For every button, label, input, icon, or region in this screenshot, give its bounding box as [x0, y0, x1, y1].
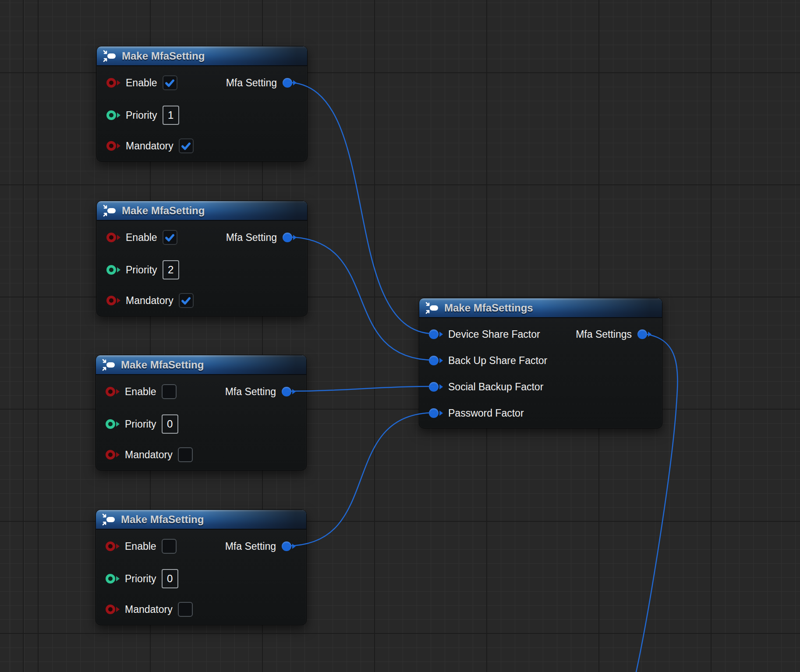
priority-input[interactable]: 2: [163, 260, 179, 279]
mandatory-checkbox[interactable]: [179, 293, 194, 308]
input-row-priority: Priority 0: [106, 416, 178, 432]
input-row-priority: Priority 2: [106, 262, 179, 278]
input-pin-priority[interactable]: [106, 419, 120, 429]
make-struct-icon: [425, 300, 439, 316]
input-row-mandatory: Mandatory: [106, 447, 193, 463]
pin-label-back-up-share-factor: Back Up Share Factor: [448, 355, 547, 367]
input-pin-enable[interactable]: [106, 78, 120, 88]
blueprint-graph-canvas[interactable]: Make MfaSetting Enable Priority 1 Mandat…: [0, 0, 800, 672]
input-row-mandatory: Mandatory: [106, 293, 194, 308]
pin-label-mfa-setting: Mfa Setting: [225, 386, 276, 398]
input-row-mandatory: Mandatory: [106, 601, 193, 617]
input-pin-mandatory[interactable]: [106, 605, 120, 614]
node-body: Enable Priority 0 Mandatory Mfa Setting: [96, 375, 306, 470]
input-pin-enable[interactable]: [106, 387, 120, 396]
pin-label-enable: Enable: [125, 541, 156, 552]
make-struct-icon: [102, 357, 115, 373]
node-body: Enable Priority 0 Mandatory Mfa Setting: [96, 530, 306, 625]
input-pin-mandatory[interactable]: [106, 450, 120, 460]
pin-label-priority: Priority: [126, 264, 157, 276]
node-make-mfasetting-2[interactable]: Make MfaSetting Enable Priority 2 Mandat…: [96, 201, 308, 316]
pin-label-device-share-factor: Device Share Factor: [448, 329, 540, 340]
wire-connection[interactable]: [287, 386, 435, 391]
node-body: Enable Priority 2 Mandatory Mfa Setting: [97, 221, 307, 316]
pin-label-mfa-setting: Mfa Setting: [226, 232, 277, 244]
node-header[interactable]: Make MfaSetting: [97, 46, 307, 66]
node-header[interactable]: Make MfaSetting: [97, 201, 307, 221]
output-row-mfa-setting: Mfa Setting: [225, 384, 296, 400]
output-row-mfa-setting: Mfa Setting: [226, 230, 297, 245]
input-row-priority: Priority 0: [106, 571, 178, 587]
wire-connection[interactable]: [287, 413, 435, 546]
pin-label-priority: Priority: [126, 110, 157, 121]
input-pin-back-up-share-factor[interactable]: [429, 356, 443, 365]
input-pin-password-factor[interactable]: [429, 408, 443, 418]
pin-label-priority: Priority: [125, 418, 156, 430]
input-pin-mandatory[interactable]: [106, 296, 120, 305]
input-row-enable: Enable: [106, 75, 177, 91]
input-row-priority: Priority 1: [106, 107, 179, 123]
output-pin-mfa-setting[interactable]: [283, 78, 297, 88]
pin-label-password-factor: Password Factor: [448, 407, 524, 419]
output-row-mfa-setting: Mfa Setting: [226, 75, 297, 91]
enable-checkbox[interactable]: [162, 384, 177, 399]
pin-label-mandatory: Mandatory: [125, 604, 173, 615]
node-title: Make MfaSettings: [444, 302, 533, 314]
pin-label-enable: Enable: [126, 232, 157, 244]
input-row-device-share-factor: Device Share Factor: [429, 326, 540, 342]
pin-label-mfa-settings: Mfa Settings: [576, 329, 632, 340]
enable-checkbox[interactable]: [163, 75, 177, 90]
node-body: Enable Priority 1 Mandatory Mfa Setting: [97, 66, 307, 161]
node-header[interactable]: Make MfaSettings: [419, 298, 662, 318]
pin-label-enable: Enable: [126, 77, 157, 89]
input-pin-priority[interactable]: [106, 574, 120, 584]
node-title: Make MfaSetting: [121, 513, 204, 526]
wire-connection[interactable]: [287, 237, 435, 360]
pin-label-social-backup-factor: Social Backup Factor: [448, 381, 543, 393]
node-make-mfasetting-3[interactable]: Make MfaSetting Enable Priority 0 Mandat…: [96, 355, 307, 470]
input-pin-priority[interactable]: [106, 265, 120, 275]
output-row-mfa-setting: Mfa Setting: [225, 538, 296, 554]
node-make-mfasetting-4[interactable]: Make MfaSetting Enable Priority 0 Mandat…: [96, 509, 307, 625]
input-pin-mandatory[interactable]: [106, 141, 120, 151]
mandatory-checkbox[interactable]: [178, 447, 193, 462]
output-pin-mfa-setting[interactable]: [283, 233, 297, 242]
node-title: Make MfaSetting: [121, 359, 204, 371]
output-pin-mfa-setting[interactable]: [282, 387, 296, 396]
pin-label-enable: Enable: [125, 386, 156, 398]
input-row-enable: Enable: [106, 230, 177, 245]
node-body: Device Share Factor Back Up Share Factor…: [419, 318, 662, 428]
node-header[interactable]: Make MfaSetting: [96, 510, 306, 530]
input-pin-enable[interactable]: [106, 541, 120, 551]
pin-label-mandatory: Mandatory: [126, 295, 173, 307]
pin-label-mfa-setting: Mfa Setting: [225, 541, 276, 552]
input-row-social-backup-factor: Social Backup Factor: [429, 379, 543, 395]
output-row-mfa-settings: Mfa Settings: [576, 326, 651, 342]
priority-input[interactable]: 0: [162, 569, 178, 588]
wire-connection[interactable]: [287, 82, 435, 334]
node-title: Make MfaSetting: [122, 205, 205, 217]
input-row-enable: Enable: [106, 538, 177, 554]
input-pin-device-share-factor[interactable]: [429, 329, 443, 339]
input-pin-enable[interactable]: [106, 233, 120, 242]
priority-input[interactable]: 0: [162, 414, 178, 434]
input-row-back-up-share-factor: Back Up Share Factor: [429, 353, 547, 368]
pin-label-mandatory: Mandatory: [125, 449, 173, 461]
node-header[interactable]: Make MfaSetting: [96, 355, 306, 375]
make-struct-icon: [103, 48, 116, 64]
output-pin-mfa-setting[interactable]: [282, 541, 296, 551]
node-make-mfasettings[interactable]: Make MfaSettings Device Share Factor Bac…: [419, 298, 662, 428]
mandatory-checkbox[interactable]: [178, 602, 193, 617]
priority-input[interactable]: 1: [163, 106, 179, 125]
mandatory-checkbox[interactable]: [179, 138, 194, 153]
pin-label-mandatory: Mandatory: [126, 140, 173, 152]
enable-checkbox[interactable]: [163, 230, 177, 245]
input-row-enable: Enable: [106, 384, 177, 400]
input-pin-social-backup-factor[interactable]: [429, 382, 443, 392]
node-title: Make MfaSetting: [122, 50, 205, 62]
enable-checkbox[interactable]: [162, 539, 177, 554]
node-make-mfasetting-1[interactable]: Make MfaSetting Enable Priority 1 Mandat…: [96, 46, 308, 162]
pin-label-mfa-setting: Mfa Setting: [226, 77, 277, 89]
output-pin-mfa-settings[interactable]: [637, 329, 651, 339]
input-pin-priority[interactable]: [106, 110, 120, 120]
